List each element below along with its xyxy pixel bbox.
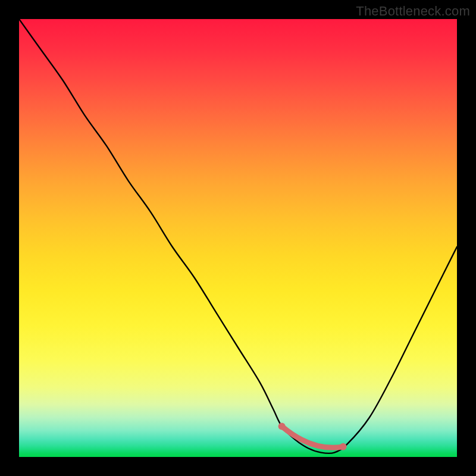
flat-region-dot-right [340, 443, 347, 450]
chart-svg [19, 19, 457, 457]
flat-region-dot-left [278, 422, 286, 430]
bottleneck-curve-path [19, 19, 457, 453]
chart-frame: TheBottleneck.com [0, 0, 476, 476]
watermark-text: TheBottleneck.com [356, 4, 470, 19]
plot-area [19, 19, 457, 457]
